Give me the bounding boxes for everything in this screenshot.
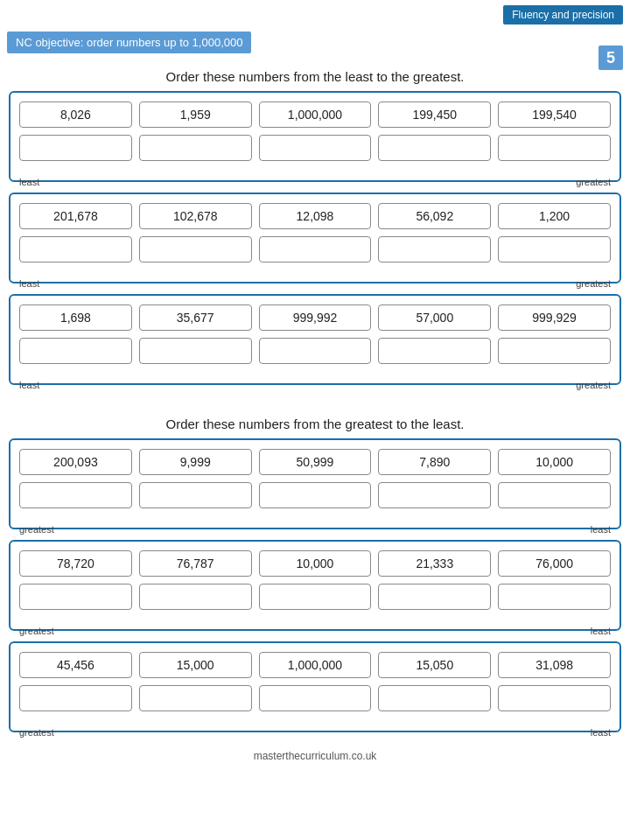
number-box: 31,098 bbox=[498, 652, 611, 678]
answer-input-box[interactable] bbox=[378, 338, 491, 364]
numbers-row: 45,45615,0001,000,00015,05031,098 bbox=[19, 652, 611, 678]
number-box: 999,992 bbox=[259, 304, 372, 331]
number-box: 1,200 bbox=[498, 203, 611, 229]
exercises-gtl-container: 200,0939,99950,9997,89010,000greatestlea… bbox=[0, 438, 630, 732]
number-box: 9,999 bbox=[139, 449, 252, 475]
answer-input-box[interactable] bbox=[378, 135, 491, 161]
answer-input-box[interactable] bbox=[139, 135, 252, 161]
answer-input-box[interactable] bbox=[139, 482, 252, 508]
answer-input-box[interactable] bbox=[498, 338, 611, 364]
answer-row-wrapper: leastgreatest bbox=[19, 135, 611, 175]
numbers-row: 1,69835,677999,99257,000999,929 bbox=[19, 304, 611, 331]
number-box: 56,092 bbox=[378, 203, 491, 229]
exercise-box: 8,0261,9591,000,000199,450199,540leastgr… bbox=[9, 91, 621, 182]
answer-input-box[interactable] bbox=[498, 482, 611, 508]
number-box: 50,999 bbox=[259, 449, 372, 475]
exercise-box: 201,678102,67812,09856,0921,200leastgrea… bbox=[9, 192, 621, 284]
answer-row-wrapper: leastgreatest bbox=[19, 338, 611, 378]
answer-row bbox=[19, 135, 611, 161]
answer-row bbox=[19, 584, 611, 610]
answer-input-box[interactable] bbox=[139, 236, 252, 262]
number-box: 21,333 bbox=[378, 550, 491, 577]
answer-row bbox=[19, 338, 611, 364]
label-greatest: greatest bbox=[576, 380, 611, 390]
answer-input-box[interactable] bbox=[259, 135, 372, 161]
answer-input-box[interactable] bbox=[19, 236, 132, 262]
instruction-greatest-to-least: Order these numbers from the greatest to… bbox=[0, 416, 630, 431]
answer-input-box[interactable] bbox=[498, 685, 611, 711]
label-least: least bbox=[19, 177, 39, 187]
instruction-least-to-greatest: Order these numbers from the least to th… bbox=[0, 69, 630, 84]
numbers-row: 78,72076,78710,00021,33376,000 bbox=[19, 550, 611, 577]
numbers-row: 201,678102,67812,09856,0921,200 bbox=[19, 203, 611, 229]
exercise-box: 45,45615,0001,000,00015,05031,098greates… bbox=[9, 641, 621, 732]
answer-input-box[interactable] bbox=[139, 584, 252, 610]
exercise-box: 1,69835,677999,99257,000999,929leastgrea… bbox=[9, 294, 621, 385]
label-least: least bbox=[591, 727, 611, 738]
answer-input-box[interactable] bbox=[19, 135, 132, 161]
label-greatest: greatest bbox=[576, 177, 611, 187]
answer-row-wrapper: greatestleast bbox=[19, 685, 611, 725]
number-box: 102,678 bbox=[139, 203, 252, 229]
number-box: 10,000 bbox=[498, 449, 611, 475]
number-box: 15,000 bbox=[139, 652, 252, 678]
number-box: 7,890 bbox=[378, 449, 491, 475]
answer-input-box[interactable] bbox=[259, 482, 372, 508]
answer-row-wrapper: leastgreatest bbox=[19, 236, 611, 276]
page-number: 5 bbox=[598, 46, 623, 70]
answer-input-box[interactable] bbox=[378, 584, 491, 610]
label-least: least bbox=[19, 380, 39, 390]
number-box: 199,540 bbox=[498, 102, 611, 128]
answer-input-box[interactable] bbox=[19, 482, 132, 508]
answer-input-box[interactable] bbox=[139, 338, 252, 364]
answer-input-box[interactable] bbox=[139, 685, 252, 711]
answer-input-box[interactable] bbox=[378, 685, 491, 711]
number-box: 45,456 bbox=[19, 652, 132, 678]
footer: masterthecurriculum.co.uk bbox=[0, 743, 630, 767]
answer-input-box[interactable] bbox=[19, 338, 132, 364]
answer-input-box[interactable] bbox=[259, 685, 372, 711]
answer-input-box[interactable] bbox=[378, 482, 491, 508]
answer-input-box[interactable] bbox=[378, 236, 491, 262]
number-box: 57,000 bbox=[378, 304, 491, 331]
answer-input-box[interactable] bbox=[498, 236, 611, 262]
answer-input-box[interactable] bbox=[498, 135, 611, 161]
answer-input-box[interactable] bbox=[498, 584, 611, 610]
label-least: least bbox=[19, 278, 39, 289]
answer-input-box[interactable] bbox=[259, 338, 372, 364]
number-box: 1,959 bbox=[139, 102, 252, 128]
exercise-box: 78,72076,78710,00021,33376,000greatestle… bbox=[9, 540, 621, 631]
fluency-badge: Fluency and precision bbox=[503, 5, 623, 24]
label-greatest: greatest bbox=[19, 626, 54, 636]
answer-input-box[interactable] bbox=[259, 236, 372, 262]
number-box: 10,000 bbox=[259, 550, 372, 577]
answer-row bbox=[19, 685, 611, 711]
number-box: 76,787 bbox=[139, 550, 252, 577]
answer-row-wrapper: greatestleast bbox=[19, 482, 611, 522]
exercises-ltg-container: 8,0261,9591,000,000199,450199,540leastgr… bbox=[0, 91, 630, 385]
answer-row bbox=[19, 482, 611, 508]
answer-input-box[interactable] bbox=[259, 584, 372, 610]
number-box: 12,098 bbox=[259, 203, 372, 229]
label-greatest: greatest bbox=[19, 727, 54, 738]
label-least: least bbox=[591, 626, 611, 636]
answer-row bbox=[19, 236, 611, 262]
number-box: 999,929 bbox=[498, 304, 611, 331]
numbers-row: 8,0261,9591,000,000199,450199,540 bbox=[19, 102, 611, 128]
numbers-row: 200,0939,99950,9997,89010,000 bbox=[19, 449, 611, 475]
number-box: 15,050 bbox=[378, 652, 491, 678]
answer-input-box[interactable] bbox=[19, 685, 132, 711]
header: Fluency and precision bbox=[0, 0, 630, 28]
label-greatest: greatest bbox=[19, 524, 54, 535]
answer-input-box[interactable] bbox=[19, 584, 132, 610]
number-box: 1,698 bbox=[19, 304, 132, 331]
label-greatest: greatest bbox=[576, 278, 611, 289]
number-box: 1,000,000 bbox=[259, 652, 372, 678]
number-box: 200,093 bbox=[19, 449, 132, 475]
number-box: 1,000,000 bbox=[259, 102, 372, 128]
number-box: 8,026 bbox=[19, 102, 132, 128]
answer-row-wrapper: greatestleast bbox=[19, 584, 611, 624]
exercise-box: 200,0939,99950,9997,89010,000greatestlea… bbox=[9, 438, 621, 529]
nc-objective: NC objective: order numbers up to 1,000,… bbox=[7, 32, 251, 53]
number-box: 78,720 bbox=[19, 550, 132, 577]
